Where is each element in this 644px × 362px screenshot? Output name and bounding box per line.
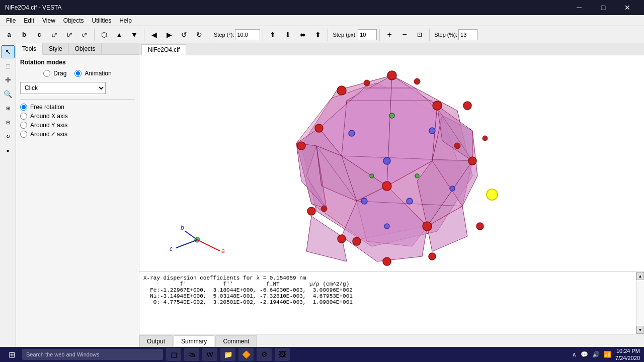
close-button[interactable]: ✕ bbox=[616, 0, 639, 15]
select-tool-button[interactable]: ↖ bbox=[2, 45, 15, 58]
step-pct-label: Step (%): bbox=[434, 32, 457, 38]
drag-radio[interactable] bbox=[43, 70, 50, 77]
menu-help[interactable]: Help bbox=[115, 16, 136, 25]
tab-tools[interactable]: Tools bbox=[16, 43, 43, 55]
svg-point-54 bbox=[321, 206, 327, 212]
maximize-button[interactable]: □ bbox=[592, 0, 615, 15]
output-tab-comment[interactable]: Comment bbox=[215, 335, 257, 347]
drag-animation-group: Drag Animation bbox=[20, 70, 135, 77]
scroll-up-button[interactable]: ▲ bbox=[636, 272, 644, 280]
rotate-left-button[interactable]: ◀ bbox=[147, 28, 161, 42]
taskbar-action-center-icon[interactable]: 💬 bbox=[581, 351, 588, 358]
svg-text:c: c bbox=[170, 245, 173, 252]
atom-tool-button[interactable]: ● bbox=[2, 144, 15, 157]
output-tab-output[interactable]: Output bbox=[139, 335, 173, 347]
move-up-button[interactable]: ⬆ bbox=[266, 28, 280, 42]
tab-objects[interactable]: Objects bbox=[69, 43, 102, 54]
step-deg-input[interactable] bbox=[235, 29, 260, 40]
scroll-down-button[interactable]: ▼ bbox=[636, 326, 644, 334]
taskbar-network-icon[interactable]: 📶 bbox=[604, 351, 611, 358]
canvas-area[interactable]: a b c bbox=[139, 55, 644, 272]
svg-point-29 bbox=[361, 198, 367, 204]
menu-objects[interactable]: Objects bbox=[59, 16, 88, 25]
rotate-up-button[interactable]: ▲ bbox=[112, 28, 126, 42]
taskbar-right: ∧ 💬 🔊 📶 10:24 PM 7/24/2020 bbox=[572, 347, 640, 362]
drag-radio-label[interactable]: Drag bbox=[43, 70, 66, 77]
animation-radio[interactable] bbox=[74, 70, 82, 77]
separator-5 bbox=[328, 29, 328, 41]
axis-bstar-button[interactable]: b* bbox=[62, 28, 76, 42]
around-z-label[interactable]: Around Z axis bbox=[20, 131, 135, 138]
minimize-button[interactable]: ─ bbox=[568, 0, 591, 15]
around-z-radio[interactable] bbox=[20, 131, 27, 138]
free-rotation-radio[interactable] bbox=[20, 104, 27, 111]
around-x-label[interactable]: Around X axis bbox=[20, 113, 135, 120]
move-tool-button[interactable]: ✛ bbox=[2, 73, 15, 86]
doc-tab-nife2o4[interactable]: NiFe2O4.cif bbox=[141, 44, 186, 55]
rotate-down-button[interactable]: ▼ bbox=[127, 28, 141, 42]
zoom-out-button[interactable]: − bbox=[397, 28, 412, 42]
magnify-tool-button[interactable]: 🔍 bbox=[2, 87, 15, 101]
tab-bar: NiFe2O4.cif bbox=[139, 43, 644, 55]
svg-text:b: b bbox=[181, 224, 184, 231]
menu-utilities[interactable]: Utilities bbox=[88, 16, 116, 25]
axis-c-button[interactable]: c bbox=[32, 28, 46, 42]
move-down-button[interactable]: ⬇ bbox=[281, 28, 295, 42]
lasso-tool-button[interactable]: ⬚ bbox=[2, 59, 15, 72]
menu-file[interactable]: File bbox=[2, 16, 20, 25]
around-y-radio[interactable] bbox=[20, 122, 27, 129]
taskbar-app-photos[interactable]: 🖼 bbox=[275, 348, 290, 361]
svg-text:a: a bbox=[221, 247, 225, 254]
taskbar-app-word[interactable]: W bbox=[202, 348, 217, 361]
separator-1 bbox=[94, 29, 95, 41]
svg-point-28 bbox=[407, 198, 413, 204]
rotate-cw-button[interactable]: ↻ bbox=[192, 28, 206, 42]
taskbar-app-app5[interactable]: 🔶 bbox=[238, 348, 254, 361]
move-ud-button[interactable]: ⬍ bbox=[311, 28, 325, 42]
measure-tool-button[interactable]: ⊞ bbox=[2, 102, 15, 115]
taskbar-clock[interactable]: 10:24 PM 7/24/2020 bbox=[615, 347, 640, 362]
svg-point-38 bbox=[423, 222, 432, 231]
zoom-box-button[interactable]: ⊡ bbox=[413, 28, 427, 42]
separator-4 bbox=[263, 29, 263, 41]
output-scrollbar[interactable]: ▲ ▼ bbox=[636, 272, 644, 334]
axis-a-button[interactable]: a bbox=[2, 28, 16, 42]
click-dropdown[interactable]: Click Drag Hold bbox=[20, 82, 106, 94]
rotate-octahedron-button[interactable]: ⬡ bbox=[97, 28, 111, 42]
step-pct-input[interactable] bbox=[458, 29, 477, 40]
taskbar-app-task-view[interactable]: ◻ bbox=[166, 348, 181, 361]
start-button[interactable]: ⊞ bbox=[4, 348, 19, 361]
menu-view[interactable]: View bbox=[38, 16, 59, 25]
tab-style[interactable]: Style bbox=[43, 43, 69, 54]
menubar: File Edit View Objects Utilities Help bbox=[0, 15, 644, 26]
sidebar-tabs: Tools Style Objects bbox=[16, 43, 139, 55]
bond-tool-button[interactable]: ⊟ bbox=[2, 116, 15, 129]
around-x-radio[interactable] bbox=[20, 113, 27, 120]
animation-radio-label[interactable]: Animation bbox=[74, 70, 111, 77]
document-area: NiFe2O4.cif bbox=[139, 43, 644, 347]
taskbar-app-app6[interactable]: ⚙ bbox=[257, 348, 272, 361]
taskbar-search[interactable] bbox=[22, 349, 163, 360]
rotate-right-button[interactable]: ▶ bbox=[162, 28, 176, 42]
step-px-input[interactable] bbox=[358, 29, 377, 40]
taskbar-app-explorer[interactable]: 📁 bbox=[220, 348, 235, 361]
menu-edit[interactable]: Edit bbox=[20, 16, 38, 25]
taskbar-volume-icon[interactable]: 🔊 bbox=[592, 351, 600, 358]
axis-b-button[interactable]: b bbox=[17, 28, 31, 42]
step-px-label: Step (px): bbox=[333, 32, 357, 38]
output-tab-summary[interactable]: Summary bbox=[174, 335, 214, 347]
separator-3 bbox=[209, 29, 209, 41]
zoom-in-button[interactable]: + bbox=[382, 28, 396, 42]
axis-astar-button[interactable]: a* bbox=[47, 28, 61, 42]
svg-point-48 bbox=[429, 253, 436, 260]
axis-cstar-button[interactable]: c* bbox=[77, 28, 92, 42]
taskbar-app-store[interactable]: 🛍 bbox=[184, 348, 199, 361]
around-y-label[interactable]: Around Y axis bbox=[20, 122, 135, 129]
svg-point-47 bbox=[463, 102, 471, 110]
move-left-right-button[interactable]: ⬌ bbox=[296, 28, 310, 42]
free-rotation-label[interactable]: Free rotation bbox=[20, 104, 135, 111]
taskbar-date: 7/24/2020 bbox=[615, 354, 640, 361]
taskbar-notification-icon[interactable]: ∧ bbox=[572, 351, 577, 358]
rotate-tool-button[interactable]: ↻ bbox=[2, 130, 15, 143]
rotate-ccw-button[interactable]: ↺ bbox=[177, 28, 191, 42]
